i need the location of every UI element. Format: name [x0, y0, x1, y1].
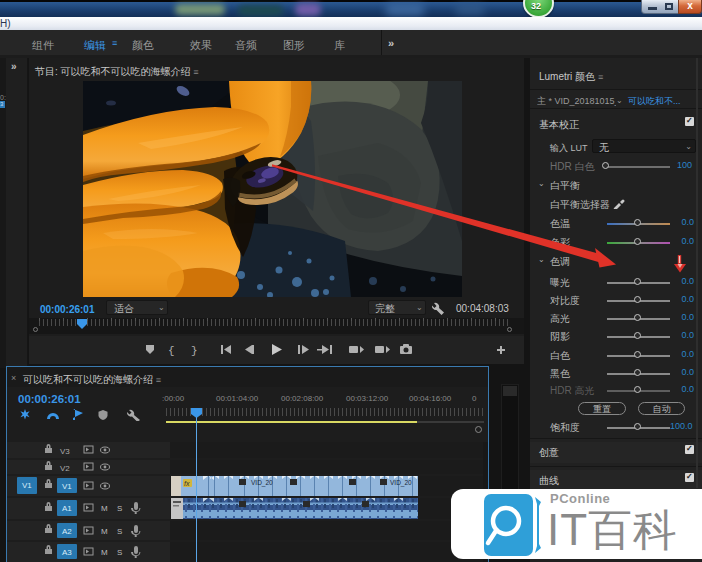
svg-text:A1: A1 [62, 504, 72, 513]
svg-text:V1: V1 [22, 481, 32, 490]
svg-text:V2: V2 [60, 464, 70, 473]
svg-text:M: M [101, 548, 108, 557]
svg-text:A2: A2 [62, 527, 72, 536]
svg-text:}: } [191, 345, 198, 357]
svg-text:A3: A3 [62, 548, 72, 557]
svg-text:{: { [168, 345, 175, 357]
svg-text:V3: V3 [60, 447, 70, 456]
svg-text:VID_20: VID_20 [251, 479, 273, 487]
svg-text:S: S [117, 527, 122, 536]
svg-text:S: S [117, 548, 122, 557]
svg-text:fx: fx [184, 480, 190, 487]
svg-text:V1: V1 [62, 482, 72, 491]
svg-text:M: M [101, 504, 108, 513]
svg-text:M: M [101, 527, 108, 536]
svg-text:S: S [117, 504, 122, 513]
svg-text:VID_20: VID_20 [390, 479, 412, 487]
